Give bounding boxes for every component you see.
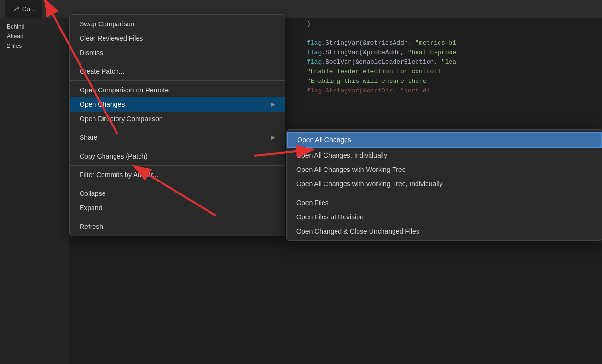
menu-label-open-changes: Open Changes	[80, 101, 125, 108]
menu-separator-6	[70, 184, 285, 184]
menu-separator-r1	[287, 193, 602, 193]
submenu-arrow-share-icon: ▶	[271, 134, 275, 141]
menu-item-expand[interactable]: Expand	[70, 201, 285, 215]
tab-comparison[interactable]: ⎇ Co...	[5, 0, 42, 18]
tab-label: Co...	[22, 5, 35, 12]
sidebar-label-behind: Behind	[7, 23, 24, 30]
menu-label-open-all-changes: Open All Changes	[297, 136, 351, 144]
menu-label-expand: Expand	[80, 204, 102, 212]
menu-item-collapse[interactable]: Collapse	[70, 186, 285, 201]
menu-item-open-dir[interactable]: Open Directory Comparison	[70, 112, 285, 126]
menu-separator-2	[70, 80, 285, 81]
menu-label-copy-changes: Copy Changes (Patch)	[80, 152, 148, 160]
menu-separator-5	[70, 165, 285, 166]
menu-label-refresh: Refresh	[80, 223, 103, 230]
menu-label-open-all-working-tree: Open All Changes with Working Tree	[296, 166, 406, 173]
menu-item-filter-commits[interactable]: Filter Commits by Author...	[70, 168, 285, 182]
submenu-arrow-icon: ▶	[271, 101, 275, 108]
sidebar-item-ahead[interactable]: Ahead	[0, 32, 69, 41]
code-line: flag.StringVar(&probeAddr, "health-probe	[302, 48, 602, 57]
context-menu-right: Open All Changes Open All Changes, Indiv…	[286, 129, 602, 241]
menu-label-create-patch: Create Patch...	[80, 68, 124, 75]
menu-label-filter-commits: Filter Commits by Author...	[80, 171, 158, 179]
menu-label-collapse: Collapse	[80, 190, 105, 197]
menu-item-open-changes[interactable]: Open Changes ▶	[70, 97, 285, 112]
menu-item-open-changed-close[interactable]: Open Changed & Close Unchanged Files	[287, 224, 602, 239]
menu-item-open-files-revision[interactable]: Open Files at Revision	[287, 210, 602, 224]
menu-item-open-all-working-tree-ind[interactable]: Open All Changes with Working Tree, Indi…	[287, 177, 602, 191]
menu-separator-4	[70, 147, 285, 147]
menu-item-copy-changes[interactable]: Copy Changes (Patch)	[70, 149, 285, 163]
sidebar-item-files: 2 files	[0, 41, 69, 51]
sidebar-item-behind[interactable]: Behind	[0, 22, 69, 32]
menu-item-open-files[interactable]: Open Files	[287, 195, 602, 210]
menu-item-swap[interactable]: Swap Comparison	[70, 17, 285, 31]
menu-item-clear-reviewed[interactable]: Clear Reviewed Files	[70, 31, 285, 46]
code-line: flag.StringVar(&certDir, "cert-di	[302, 86, 602, 96]
code-line	[302, 29, 602, 38]
sidebar: Behind Ahead 2 files	[0, 18, 69, 364]
menu-item-dismiss[interactable]: Dismiss	[70, 46, 285, 60]
code-line: flag.BoolVar(&enableLeaderElection, "lea	[302, 57, 602, 67]
menu-item-open-all-working-tree[interactable]: Open All Changes with Working Tree	[287, 162, 602, 177]
code-line: "Enable leader election for controll	[302, 67, 602, 77]
menu-label-swap: Swap Comparison	[80, 20, 134, 28]
code-line	[302, 105, 602, 115]
menu-label-open-files: Open Files	[296, 199, 329, 206]
menu-label-share: Share	[80, 134, 97, 141]
menu-label-open-changed-close: Open Changed & Close Unchanged Files	[296, 228, 419, 235]
menu-item-open-all-changes[interactable]: Open All Changes	[287, 132, 602, 148]
menu-separator-3	[70, 128, 285, 128]
code-line: )	[302, 19, 602, 29]
menu-item-share[interactable]: Share ▶	[70, 130, 285, 145]
menu-label-open-all-individually: Open All Changes, Individually	[296, 151, 387, 159]
context-menu-left: Swap Comparison Clear Reviewed Files Dis…	[69, 14, 285, 236]
menu-label-open-files-revision: Open Files at Revision	[296, 213, 364, 221]
menu-label-open-dir: Open Directory Comparison	[80, 115, 163, 123]
menu-item-open-on-remote[interactable]: Open Comparison on Remote	[70, 83, 285, 97]
menu-label-open-all-working-tree-ind: Open All Changes with Working Tree, Indi…	[296, 180, 443, 188]
menu-separator-1	[70, 62, 285, 62]
code-line	[302, 115, 602, 125]
menu-label-dismiss: Dismiss	[80, 49, 103, 57]
code-line: "Enabling this will ensure there	[302, 77, 602, 86]
menu-item-refresh[interactable]: Refresh	[70, 219, 285, 234]
menu-label-clear-reviewed: Clear Reviewed Files	[80, 34, 143, 42]
menu-item-create-patch[interactable]: Create Patch...	[70, 64, 285, 79]
code-line: flag.StringVar(&metricsAddr, "metrics-bi	[302, 38, 602, 48]
code-line	[302, 96, 602, 105]
menu-item-open-all-individually[interactable]: Open All Changes, Individually	[287, 148, 602, 162]
git-icon: ⎇	[12, 5, 19, 13]
sidebar-label-ahead: Ahead	[7, 33, 23, 40]
menu-separator-7	[70, 217, 285, 217]
sidebar-files-count: 2 files	[7, 43, 22, 49]
menu-label-open-remote: Open Comparison on Remote	[80, 86, 169, 94]
